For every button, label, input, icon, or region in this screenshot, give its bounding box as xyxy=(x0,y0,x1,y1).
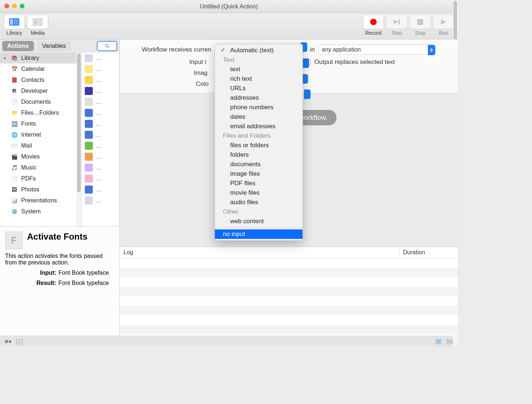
action-row[interactable]: … xyxy=(82,53,119,64)
toolbar: Library ♪ Media Record Step Stop Run xyxy=(0,13,458,39)
action-row[interactable]: … xyxy=(82,151,119,162)
receives-dropdown[interactable]: Automatic (text) Texttextrich textURLsad… xyxy=(214,44,303,241)
category-list[interactable]: ▼ 📚 Library 📅Calendar📕Contacts🛠Developer… xyxy=(0,53,82,226)
sidebar-item[interactable]: ✉️Mail xyxy=(0,140,81,151)
action-label: … xyxy=(96,110,102,116)
toggle-log-button[interactable] xyxy=(15,338,23,345)
stop-button[interactable]: Stop xyxy=(410,15,431,36)
action-row[interactable]: … xyxy=(82,118,119,129)
popup-item[interactable]: files or folders xyxy=(215,141,303,150)
sidebar-item[interactable]: 🎵Music xyxy=(0,162,81,173)
zoom-window[interactable] xyxy=(20,4,24,8)
action-icon xyxy=(85,120,93,128)
view-list-button[interactable] xyxy=(434,338,442,345)
popup-item[interactable]: documents xyxy=(215,160,303,169)
action-row[interactable]: … xyxy=(82,184,119,195)
in-label: in xyxy=(310,46,315,53)
action-row[interactable]: … xyxy=(82,64,119,75)
svg-rect-2 xyxy=(14,19,19,25)
sidebar-item[interactable]: 🔤Fonts xyxy=(0,118,81,129)
action-icon xyxy=(85,153,93,161)
close-window[interactable] xyxy=(4,4,9,8)
detail-title: Activate Fonts xyxy=(27,232,87,242)
action-label: … xyxy=(96,175,102,182)
category-icon: ✉️ xyxy=(10,142,18,150)
sidebar-item[interactable]: 📄Documents xyxy=(0,96,81,107)
sidebar-item[interactable]: 🌐Internet xyxy=(0,129,81,140)
tab-actions[interactable]: Actions xyxy=(2,41,34,51)
disclosure-triangle-icon[interactable]: ▼ xyxy=(3,56,7,60)
record-label: Record xyxy=(365,30,381,36)
sidebar-item[interactable]: 📊Presentations xyxy=(0,195,81,206)
run-label: Run xyxy=(439,30,448,36)
sidebar-item-label: Music xyxy=(21,164,37,171)
action-icon xyxy=(85,76,93,84)
category-icon: 📕 xyxy=(10,76,18,84)
action-row[interactable]: … xyxy=(82,162,119,173)
action-row[interactable]: … xyxy=(82,85,119,96)
sidebar-item[interactable]: 📄PDFs xyxy=(0,173,81,184)
sidebar-item[interactable]: 🛠Developer xyxy=(0,85,81,96)
sidebar-item-label: Calendar xyxy=(21,66,45,72)
svg-rect-5 xyxy=(398,19,400,24)
gear-menu[interactable]: ✲▾ xyxy=(4,338,12,345)
sidebar-item-label: Contacts xyxy=(21,77,44,83)
popup-item[interactable]: URLs xyxy=(215,84,303,93)
popup-item[interactable]: folders xyxy=(215,150,303,160)
step-button[interactable]: Step xyxy=(386,15,407,36)
minimize-window[interactable] xyxy=(12,4,17,8)
popup-item[interactable]: PDF files xyxy=(215,179,303,188)
sidebar-item[interactable]: 🎬Movies xyxy=(0,151,81,162)
action-row[interactable]: … xyxy=(82,107,119,118)
app-select[interactable]: any application xyxy=(319,45,436,55)
category-icon: ⚙️ xyxy=(10,207,18,216)
popup-item[interactable]: rich text xyxy=(215,74,303,84)
popup-item[interactable]: image files xyxy=(215,169,303,179)
sidebar-scrollbar[interactable] xyxy=(76,53,81,226)
popup-item[interactable]: movie files xyxy=(215,188,303,198)
popup-item-automatic[interactable]: Automatic (text) xyxy=(215,46,303,55)
run-button[interactable]: Run xyxy=(433,15,454,36)
action-icon xyxy=(85,109,93,117)
media-button[interactable]: ♪ Media xyxy=(27,15,48,36)
library-icon: 📚 xyxy=(10,54,18,62)
popup-item[interactable]: addresses xyxy=(215,93,303,103)
svg-rect-1 xyxy=(10,19,13,25)
duration-column-header[interactable]: Duration xyxy=(399,247,458,258)
log-column-header[interactable]: Log xyxy=(120,247,399,258)
popup-item[interactable]: audio files xyxy=(215,198,303,207)
sidebar-item[interactable]: 📅Calendar xyxy=(0,64,81,75)
library-button[interactable]: Library xyxy=(4,15,25,36)
action-row[interactable]: … xyxy=(82,140,119,151)
category-icon: 🛠 xyxy=(10,87,18,95)
sidebar-item[interactable]: ⚙️System xyxy=(0,206,81,217)
sidebar-item-label: Developer xyxy=(21,88,48,94)
action-row[interactable]: … xyxy=(82,129,119,140)
popup-item[interactable]: email addresses xyxy=(215,122,303,131)
popup-item[interactable]: phone numbers xyxy=(215,103,303,112)
popup-item-noinput[interactable]: no input xyxy=(215,229,303,239)
category-icon: 📁 xyxy=(10,109,18,117)
action-label: … xyxy=(96,88,102,94)
popup-section: Other xyxy=(215,207,303,217)
action-row[interactable]: … xyxy=(82,173,119,184)
popup-item[interactable]: web content xyxy=(215,217,303,226)
action-row[interactable]: … xyxy=(82,96,119,107)
search-input[interactable] xyxy=(97,41,117,51)
sidebar-item-label: Files…Folders xyxy=(21,110,59,116)
sidebar-item-label: Presentations xyxy=(21,197,57,204)
sidebar-item[interactable]: 📁Files…Folders xyxy=(0,107,81,118)
sidebar-item[interactable]: 📕Contacts xyxy=(0,75,81,85)
action-list[interactable]: …………………………………… xyxy=(82,53,119,226)
action-row[interactable]: … xyxy=(82,195,119,206)
action-icon xyxy=(85,87,93,95)
record-button[interactable]: Record xyxy=(363,15,384,36)
popup-item[interactable]: dates xyxy=(215,112,303,122)
tab-variables[interactable]: Variables xyxy=(37,41,71,51)
library-header[interactable]: ▼ 📚 Library xyxy=(0,53,81,64)
popup-item[interactable]: text xyxy=(215,65,303,74)
left-panel: Actions Variables ▼ 📚 Library 📅Calendar📕… xyxy=(0,39,120,336)
media-label: Media xyxy=(31,30,45,36)
sidebar-item[interactable]: 🖼Photos xyxy=(0,184,81,195)
action-row[interactable]: … xyxy=(82,75,119,85)
